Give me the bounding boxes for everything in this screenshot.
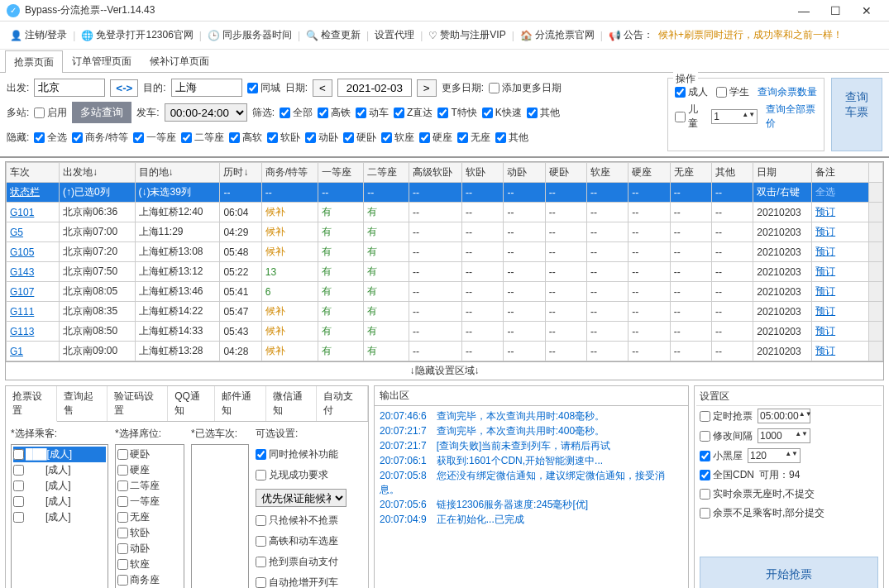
- settings-tab[interactable]: 微信通知: [266, 386, 318, 421]
- filter-all[interactable]: 全部: [280, 106, 313, 120]
- depart-select[interactable]: 00:00-24:00: [165, 103, 247, 122]
- hide-settings-bar[interactable]: ↓隐藏设置区域↓: [5, 362, 884, 380]
- hide-biz[interactable]: 商务/特等: [72, 131, 127, 145]
- hide-ruanwo[interactable]: 软卧: [267, 131, 300, 145]
- insuff-checkbox[interactable]: 余票不足乘客时,部分提交: [700, 506, 824, 520]
- interval-value[interactable]: 1000▲▼: [758, 428, 810, 443]
- grid-header[interactable]: 二等座: [364, 163, 409, 183]
- filter-other[interactable]: 其他: [527, 106, 560, 120]
- seat-item[interactable]: 软座: [117, 557, 182, 572]
- settings-tab[interactable]: 抢票设置: [6, 386, 57, 422]
- settings-tab[interactable]: 验证码设置: [108, 386, 168, 421]
- interval-checkbox[interactable]: 修改间隔: [700, 429, 753, 443]
- train-row[interactable]: G1北京南09:00上海虹桥13:2804:28候补有有------------…: [7, 342, 883, 361]
- hide-first[interactable]: 一等座: [133, 131, 176, 145]
- train-row[interactable]: G101北京南06:36上海虹桥12:4006:04候补有有----------…: [7, 203, 883, 222]
- swap-button[interactable]: <->: [110, 79, 138, 97]
- proxy-button[interactable]: 设置代理: [371, 26, 418, 44]
- grid-header[interactable]: 目的地↓: [135, 163, 220, 183]
- grid-header[interactable]: 历时↓: [220, 163, 261, 183]
- timed-value[interactable]: 05:00:00▲▼: [758, 409, 810, 423]
- cdn-checkbox[interactable]: 全国CDN: [700, 468, 754, 482]
- grid-header[interactable]: 高级软卧: [409, 163, 462, 183]
- train-row[interactable]: G111北京南08:35上海虹桥14:2205:47候补有有----------…: [7, 302, 883, 322]
- add-more-date-checkbox[interactable]: 添加更多日期: [489, 81, 562, 95]
- to-input[interactable]: [171, 79, 242, 97]
- filter-dongche[interactable]: 动车: [356, 106, 389, 120]
- settings-tab[interactable]: 查询起售: [57, 386, 108, 421]
- grid-header[interactable]: 软卧: [462, 163, 504, 183]
- seat-item[interactable]: 硬卧: [117, 447, 182, 462]
- blackroom-checkbox[interactable]: 小黑屋: [700, 449, 743, 463]
- grid-header[interactable]: 硬座: [629, 163, 670, 183]
- seat-item[interactable]: 商务座: [117, 572, 182, 588]
- donate-vip-button[interactable]: ♡赞助与注册VIP: [425, 26, 509, 44]
- grid-header[interactable]: 备注: [812, 163, 869, 183]
- maximize-button[interactable]: ☐: [820, 4, 851, 17]
- passenger-list[interactable]: ███[成人] [成人] [成人] [成人] [成人]: [11, 444, 108, 588]
- opt-houbu[interactable]: 同时抢候补功能: [256, 447, 347, 461]
- passenger-item[interactable]: [成人]: [13, 478, 106, 494]
- grid-header[interactable]: 动卧: [504, 163, 545, 183]
- blackroom-value[interactable]: 120▲▼: [748, 448, 801, 463]
- filter-gaotie[interactable]: 高铁: [318, 106, 351, 120]
- noseat-checkbox[interactable]: 实时余票无座时,不提交: [700, 487, 815, 501]
- grid-header[interactable]: 商务/特等: [261, 163, 318, 183]
- multi-enable-checkbox[interactable]: 启用: [34, 106, 67, 120]
- settings-tab[interactable]: 邮件通知: [215, 386, 266, 421]
- filter-zdirect[interactable]: Z直达: [394, 106, 433, 120]
- hide-ruanzuo[interactable]: 软座: [381, 131, 414, 145]
- train-row[interactable]: G105北京南07:20上海虹桥13:0805:48候补有有----------…: [7, 242, 883, 262]
- grid-header[interactable]: 其他: [711, 163, 753, 183]
- seat-item[interactable]: 一等座: [117, 494, 182, 509]
- opt-duixian[interactable]: 兑现成功要求: [256, 468, 347, 482]
- multi-query-button[interactable]: 多站查询: [72, 102, 131, 123]
- sync-time-button[interactable]: 🕒同步服务器时间: [204, 26, 295, 44]
- tab-orders[interactable]: 订单管理页面: [63, 50, 141, 72]
- child-count-spinner[interactable]: 1▲▼: [711, 109, 758, 124]
- seat-item[interactable]: 软卧: [117, 525, 182, 541]
- student-checkbox[interactable]: 学生: [716, 85, 749, 99]
- grid-header[interactable]: 软座: [587, 163, 629, 183]
- hide-dongwo[interactable]: 动卧: [305, 131, 338, 145]
- official-site-button[interactable]: 🏠分流抢票官网: [517, 26, 598, 44]
- tab-waitlist[interactable]: 候补订单页面: [141, 50, 218, 72]
- minimize-button[interactable]: —: [788, 4, 820, 17]
- hide-gaoruan[interactable]: 高软: [229, 131, 262, 145]
- check-update-button[interactable]: 🔍检查更新: [303, 26, 364, 44]
- passenger-item[interactable]: ███[成人]: [13, 447, 106, 462]
- seat-item[interactable]: 硬座: [117, 462, 182, 478]
- grid-header[interactable]: 车次: [7, 163, 60, 183]
- filter-kkuai[interactable]: K快速: [482, 106, 522, 120]
- seat-item[interactable]: 二等座: [117, 478, 182, 494]
- open-12306-button[interactable]: 🌐免登录打开12306官网: [78, 26, 196, 44]
- passenger-item[interactable]: [成人]: [13, 462, 106, 478]
- train-list[interactable]: [191, 444, 249, 588]
- seat-item[interactable]: 动卧: [117, 541, 182, 557]
- hide-all[interactable]: 全选: [34, 131, 67, 145]
- seat-item[interactable]: 无座: [117, 509, 182, 525]
- tab-grab[interactable]: 抢票页面: [5, 50, 63, 73]
- grid-header[interactable]: 一等座: [318, 163, 364, 183]
- opt-auto-pay[interactable]: 抢到票自动支付: [256, 555, 347, 569]
- start-grab-button[interactable]: 开始抢票: [700, 557, 878, 588]
- date-next-button[interactable]: >: [417, 79, 437, 97]
- opt-auto-extra[interactable]: 自动抢增开列车: [256, 576, 347, 588]
- seat-list[interactable]: 硬卧 硬座 二等座 一等座 无座 软卧 动卧 软座 商务座 特等座: [115, 444, 184, 588]
- adult-checkbox[interactable]: 成人: [675, 85, 708, 99]
- timed-checkbox[interactable]: 定时抢票: [700, 409, 753, 423]
- train-row[interactable]: G113北京南08:50上海虹桥14:3305:43候补有有----------…: [7, 322, 883, 342]
- query-remain-link[interactable]: 查询余票数量: [758, 85, 817, 99]
- from-input[interactable]: [34, 79, 105, 97]
- hide-yingwo[interactable]: 硬卧: [343, 131, 376, 145]
- hide-yingzuo[interactable]: 硬座: [419, 131, 452, 145]
- train-row[interactable]: G107北京南08:05上海虹桥13:4605:416有有-----------…: [7, 282, 883, 302]
- train-row[interactable]: G143北京南07:50上海虹桥13:1205:2213有有----------…: [7, 262, 883, 282]
- train-row[interactable]: G5北京南07:00上海11:2904:29候补有有--------------…: [7, 222, 883, 242]
- grid-header[interactable]: 硬卧: [545, 163, 586, 183]
- hide-second[interactable]: 二等座: [181, 131, 224, 145]
- passenger-item[interactable]: [成人]: [13, 509, 106, 525]
- hide-wuzuo[interactable]: 无座: [457, 131, 490, 145]
- logout-login-button[interactable]: 👤注销/登录: [7, 26, 70, 44]
- filter-tkuai[interactable]: T特快: [437, 106, 476, 120]
